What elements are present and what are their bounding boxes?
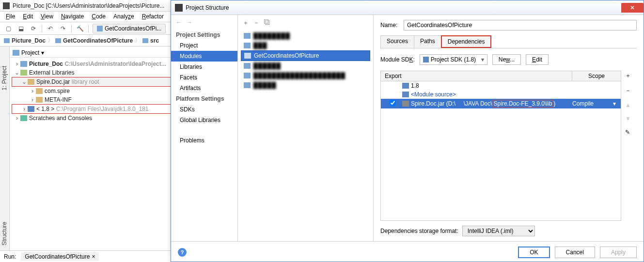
module-item[interactable]: ███ xyxy=(241,41,370,50)
collapse-icon[interactable]: ⌄ xyxy=(14,69,20,76)
module-item[interactable]: ██████ xyxy=(241,61,370,71)
cancel-button[interactable]: Cancel xyxy=(555,247,595,258)
nav-sdks[interactable]: SDKs xyxy=(171,104,237,115)
edit-dep-icon[interactable]: ✎ xyxy=(625,129,637,136)
module-item[interactable]: █████ xyxy=(241,80,370,90)
module-icon xyxy=(244,82,251,88)
nav-modules[interactable]: Modules xyxy=(171,51,237,62)
collapse-icon[interactable]: ⌄ xyxy=(21,78,28,85)
dialog-title: Project Structure xyxy=(186,4,229,11)
move-up-icon[interactable]: ▲ xyxy=(625,102,637,108)
project-icon xyxy=(13,50,19,56)
run-label: Run: xyxy=(4,253,16,260)
move-down-icon[interactable]: ▼ xyxy=(625,115,637,122)
tab-paths[interactable]: Paths xyxy=(414,35,441,48)
add-dep-icon[interactable]: ＋ xyxy=(625,72,637,80)
menu-view[interactable]: View xyxy=(37,12,57,22)
tool-tab-structure[interactable]: Structure xyxy=(1,222,8,246)
nav-section: Platform Settings xyxy=(171,93,237,104)
run-tab[interactable]: GetCoordinatesOfPicture × xyxy=(21,252,99,261)
forward-icon[interactable]: → xyxy=(187,19,192,26)
scratch-icon xyxy=(20,115,27,121)
expand-icon[interactable]: › xyxy=(14,115,20,122)
chevron-right-icon: 〉 xyxy=(47,36,53,45)
back-icon[interactable]: ← xyxy=(176,19,182,26)
toolbar-sync-icon[interactable]: ⟳ xyxy=(29,24,38,33)
menu-refactor[interactable]: Refactor xyxy=(138,12,168,22)
nav-libraries[interactable]: Libraries xyxy=(171,62,237,72)
nav-global-libs[interactable]: Global Libraries xyxy=(171,115,237,125)
expand-icon[interactable]: › xyxy=(29,96,36,103)
tab-sources[interactable]: Sources xyxy=(380,35,414,48)
module-details: Name: Sources Paths Dependencies Module … xyxy=(374,15,644,241)
app-icon xyxy=(3,2,10,9)
dep-sidebar: ＋ － ▲ ▼ ✎ xyxy=(625,71,637,221)
add-icon[interactable]: ＋ xyxy=(243,19,249,27)
module-item[interactable]: ████████ xyxy=(241,31,370,41)
module-icon xyxy=(244,73,251,78)
menu-file[interactable]: File xyxy=(2,12,19,22)
jdk-icon xyxy=(28,106,34,112)
expand-icon[interactable]: › xyxy=(14,61,20,67)
remove-icon[interactable]: － xyxy=(253,19,259,27)
editor-tab-label: GetCoordinatesOfPi... xyxy=(105,25,161,32)
package-icon xyxy=(36,88,43,94)
editor-tab[interactable]: GetCoordinatesOfPi... xyxy=(93,24,166,33)
help-icon[interactable]: ? xyxy=(178,248,187,257)
expand-icon[interactable]: › xyxy=(21,106,28,112)
new-sdk-button[interactable]: New... xyxy=(492,54,521,65)
module-icon xyxy=(402,92,409,97)
col-scope[interactable]: Scope xyxy=(572,71,621,81)
modules-list: ＋ － ⿻ ████████ ███ GetCoordinatesOfPictu… xyxy=(238,15,374,241)
module-icon xyxy=(244,53,251,59)
toolbar-open-icon[interactable]: ▢ xyxy=(4,24,13,33)
apply-button[interactable]: Apply xyxy=(600,247,637,258)
toolbar-undo-icon[interactable]: ↶ xyxy=(46,24,55,33)
jdk-icon xyxy=(423,57,429,62)
toolbar-redo-icon[interactable]: ↷ xyxy=(59,24,67,33)
module-item[interactable]: ████████████████████ xyxy=(241,71,370,80)
toolbar-save-icon[interactable]: ⬓ xyxy=(16,24,25,33)
dependencies-table: Export Scope 1.8 <Module xyxy=(380,71,621,221)
menu-code[interactable]: Code xyxy=(88,12,110,22)
chevron-down-icon: ▾ xyxy=(481,56,484,63)
tool-tab-project[interactable]: 1: Project xyxy=(1,66,8,91)
col-export[interactable]: Export xyxy=(381,71,572,81)
left-tool-strip: 1: Project Structure xyxy=(0,46,10,250)
nav-artifacts[interactable]: Artifacts xyxy=(171,83,237,93)
edit-sdk-button[interactable]: Edit xyxy=(526,54,549,65)
crumb-2[interactable]: GetCoordinatesOfPicture xyxy=(55,37,133,44)
dropdown-icon[interactable]: ▾ xyxy=(41,49,44,56)
nav-section: Project Settings xyxy=(171,30,237,40)
module-item-selected[interactable]: GetCoordinatesOfPicture xyxy=(241,50,370,61)
menu-edit[interactable]: Edit xyxy=(19,12,37,22)
menu-analyze[interactable]: Analyze xyxy=(110,12,138,22)
nav-problems[interactable]: Problems xyxy=(171,135,237,146)
nav-project[interactable]: Project xyxy=(171,40,237,51)
dep-row-spire-jar[interactable]: Spire.Doc.jar (D:\ \JAVA Doc\Spire.Doc-F… xyxy=(381,99,621,108)
chevron-down-icon[interactable]: ▾ xyxy=(613,100,616,107)
folder-icon xyxy=(20,61,27,67)
dep-row-jdk[interactable]: 1.8 xyxy=(381,81,621,90)
menu-navigate[interactable]: Navigate xyxy=(57,12,88,22)
toolbar-hammer-icon[interactable]: 🔨 xyxy=(76,24,84,33)
close-button[interactable]: ✕ xyxy=(621,3,644,13)
dep-row-module-source[interactable]: <Module source> xyxy=(381,90,621,99)
tab-dependencies[interactable]: Dependencies xyxy=(441,35,492,48)
dialog-icon xyxy=(175,4,183,12)
nav-facets[interactable]: Facets xyxy=(171,72,237,83)
jdk-icon xyxy=(402,83,409,89)
expand-icon[interactable]: › xyxy=(29,88,36,94)
export-checkbox[interactable] xyxy=(390,100,396,106)
crumb-1[interactable]: Picture_Doc xyxy=(4,37,46,44)
storage-select[interactable]: IntelliJ IDEA (.iml) xyxy=(462,226,535,236)
dialog-title-bar[interactable]: Project Structure ✕ xyxy=(171,0,644,15)
module-sdk-select[interactable]: Project SDK (1.8) ▾ xyxy=(420,54,487,65)
remove-dep-icon[interactable]: － xyxy=(625,87,637,95)
crumb-3[interactable]: src xyxy=(142,37,159,44)
ok-button[interactable]: OK xyxy=(518,247,550,258)
module-name-input[interactable] xyxy=(404,20,637,31)
close-icon[interactable]: × xyxy=(92,253,95,260)
copy-icon[interactable]: ⿻ xyxy=(264,19,270,27)
storage-label: Dependencies storage format: xyxy=(380,228,458,234)
